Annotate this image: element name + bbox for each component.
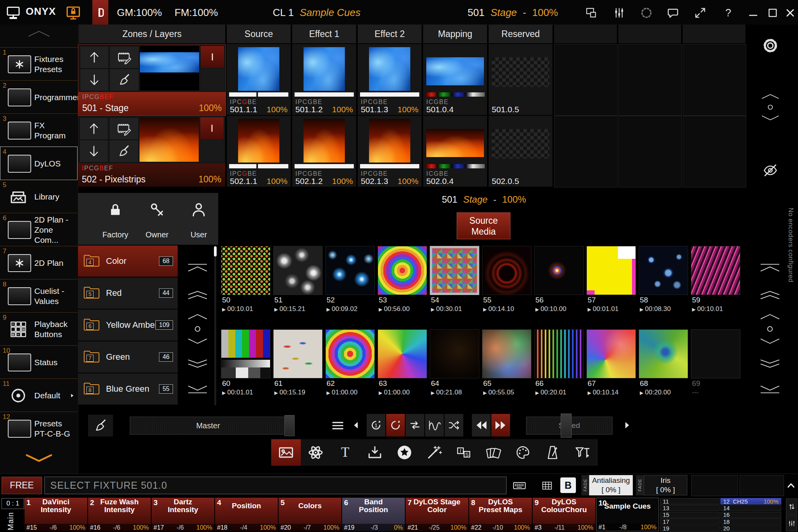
sidebar-item-programmer[interactable]: 2Programmer xyxy=(0,80,78,114)
folder-red[interactable]: 5Red44 xyxy=(78,277,178,309)
flash-master-value[interactable]: FM:100% xyxy=(175,7,218,19)
playback-fader-6[interactable]: 6BandPosition#19-/30% xyxy=(342,498,405,531)
zones-header-effect-2[interactable]: Effect 2 xyxy=(358,25,422,43)
library-tab-owner[interactable]: Owner xyxy=(135,193,179,245)
transport-fast-forward-button[interactable] xyxy=(491,414,510,437)
current-cuelist[interactable]: CL 1 Sample Cues xyxy=(273,7,360,19)
zones-header-effect-1[interactable]: Effect 1 xyxy=(292,25,356,43)
zones-header-empty[interactable] xyxy=(554,25,617,43)
master-slider[interactable]: Master xyxy=(130,417,286,435)
speed-slider-handle[interactable] xyxy=(561,414,572,438)
zones-header-source[interactable]: Source xyxy=(227,25,291,43)
playback-button-20[interactable]: 20 xyxy=(720,525,781,532)
toolbar-wand-button[interactable] xyxy=(419,439,449,466)
playmode-menu-icon[interactable] xyxy=(330,418,345,433)
layer-cell-501-1-2[interactable]: IPCGBE501.1.2100% xyxy=(292,44,356,115)
playback-fader-2[interactable]: 2Fuze WashIntensity#16-/6100% xyxy=(88,498,151,531)
folder-color[interactable]: 4Color68 xyxy=(78,246,178,277)
next-mode-icon[interactable] xyxy=(621,420,632,431)
playback-fader-10[interactable]: 10Sample Cues#1-/8100% xyxy=(596,498,659,531)
close-button[interactable] xyxy=(784,6,796,19)
playback-button-19[interactable]: 19 xyxy=(660,525,720,532)
layer-cell-502-1-2[interactable]: IPCGBE502.1.2100% xyxy=(292,116,356,187)
media-tile-68[interactable]: 68▶00:20.00 xyxy=(639,329,688,399)
library-tab-user[interactable]: User xyxy=(177,193,221,245)
grid-view-icon[interactable] xyxy=(539,479,555,492)
playback-button-11[interactable]: 11 xyxy=(660,498,720,504)
layer-cell-501-0-4[interactable]: ICGBE501.0.4 xyxy=(423,44,487,115)
layer-cell-502-0-5[interactable]: 502.0.5 xyxy=(489,116,553,187)
sidebar-item-2d-plan-[interactable]: 62D Plan -Zone Com... xyxy=(0,213,78,246)
settings-gear-icon[interactable] xyxy=(761,36,780,55)
zone-move-down-button[interactable] xyxy=(80,69,109,91)
transport-play-once-button[interactable]: 1 xyxy=(366,414,386,437)
media-tile-62[interactable]: 62▶01:00.00 xyxy=(325,329,375,399)
zones-header-empty[interactable] xyxy=(683,25,745,43)
toolbar-media-image-button[interactable] xyxy=(271,439,301,466)
sidebar-item-2d-plan[interactable]: 72D Plan xyxy=(0,246,78,279)
folder-yellow-amber[interactable]: 6Yellow Amber109 xyxy=(78,309,178,341)
toolbar-funnel-t-button[interactable] xyxy=(567,439,597,466)
transport-rewind-button[interactable] xyxy=(471,414,491,437)
swap-playback-page-button[interactable] xyxy=(786,498,797,514)
help-icon[interactable]: ? xyxy=(722,6,735,19)
scroll-top-icon[interactable] xyxy=(758,262,782,273)
source-media-button[interactable]: Source Media xyxy=(457,212,510,239)
media-tile-57[interactable]: 57▶00:01.01 xyxy=(586,246,636,315)
toolbar-atom-button[interactable] xyxy=(301,439,331,466)
sidebar-scroll-up-icon[interactable] xyxy=(22,28,56,39)
toolbar-metronome-button[interactable] xyxy=(538,439,568,466)
sidebar-item-default[interactable]: 11Default xyxy=(0,378,78,412)
grand-master-value[interactable]: GM:100% xyxy=(117,7,162,19)
scroll-bottom-icon[interactable] xyxy=(758,384,782,395)
speed-slider[interactable]: Speed xyxy=(526,417,613,435)
media-tile-66[interactable]: 66▶00:20.01 xyxy=(534,329,584,399)
zone-edit-button[interactable] xyxy=(109,117,139,140)
zone-intensity-button[interactable]: I xyxy=(201,46,224,68)
blind-button[interactable]: B xyxy=(560,477,576,493)
playback-fader-8[interactable]: 8DyLOSPreset Maps#22-/10100% xyxy=(469,498,532,531)
playback-button-13[interactable]: 13 xyxy=(660,505,720,511)
expand-command-icon[interactable] xyxy=(785,477,797,493)
media-tile-67[interactable]: 67▶00:10.14 xyxy=(586,329,636,399)
layer-cell-501-0-5[interactable]: 501.0.5 xyxy=(489,44,553,115)
sidebar-item-fixtures[interactable]: 1FixturesPresets xyxy=(0,47,78,81)
toolbar-is-boxes-button[interactable]: IS xyxy=(449,439,479,466)
toolbar-palette-button[interactable] xyxy=(508,439,538,466)
zones-header-zones-layers[interactable]: Zones / Layers xyxy=(79,25,225,43)
media-tile-60[interactable]: 60▶00:01.01 xyxy=(221,329,270,399)
scroll-page-up-icon[interactable] xyxy=(185,290,210,300)
sidebar-item-fx-program[interactable]: 3FX Program xyxy=(0,113,78,147)
workspaces-icon[interactable] xyxy=(584,6,598,19)
master-slider-handle[interactable] xyxy=(284,415,295,436)
media-tile-69[interactable]: 69--- xyxy=(691,329,740,399)
transport-random-button[interactable] xyxy=(444,414,464,437)
sidebar-item-library[interactable]: 5Library xyxy=(0,180,78,213)
toolbar-import-button[interactable] xyxy=(360,439,390,466)
media-tile-54[interactable]: 54▶00:30.01 xyxy=(430,246,479,315)
scroll-up-icon[interactable] xyxy=(758,311,782,322)
selected-zone-status[interactable]: 501 Stage - 100% xyxy=(468,7,558,19)
playback-fader-1[interactable]: 1DaVinciIntensity#15-/6100% xyxy=(25,498,87,531)
media-tile-50[interactable]: 50▶00:10.01 xyxy=(221,246,270,315)
zone-cell-502[interactable]: IIPCGBEF502 - Pixelstrips100% xyxy=(78,116,225,187)
free-mode-button[interactable]: FREE xyxy=(2,477,42,494)
layer-cell-501-1-3[interactable]: IPCGBE501.1.3100% xyxy=(358,44,422,115)
playback-button-18[interactable]: 18 xyxy=(720,518,781,525)
fullscreen-icon[interactable] xyxy=(694,6,707,19)
zone-move-up-button[interactable] xyxy=(80,46,109,69)
toolbar-swatch-cards-button[interactable] xyxy=(478,439,508,466)
scroll-home-icon[interactable] xyxy=(185,323,210,334)
scroll-bottom-icon[interactable] xyxy=(185,384,210,395)
media-tile-65[interactable]: 65▶00:55.05 xyxy=(482,329,531,399)
media-tile-56[interactable]: 56▶00:10.00 xyxy=(534,246,584,315)
messages-icon[interactable] xyxy=(666,6,680,19)
maximize-button[interactable] xyxy=(766,6,779,19)
layer-cell-502-1-1[interactable]: IPCGBE502.1.1100% xyxy=(227,116,291,187)
fader-view-button[interactable] xyxy=(786,515,797,531)
hide-preview-icon[interactable] xyxy=(760,162,780,179)
zone-scroll-home-icon[interactable] xyxy=(759,103,781,112)
media-tile-58[interactable]: 58▶00:08.30 xyxy=(639,246,688,315)
media-tile-55[interactable]: 55▶00:14.10 xyxy=(482,246,531,315)
zone-clear-button[interactable] xyxy=(109,140,139,163)
